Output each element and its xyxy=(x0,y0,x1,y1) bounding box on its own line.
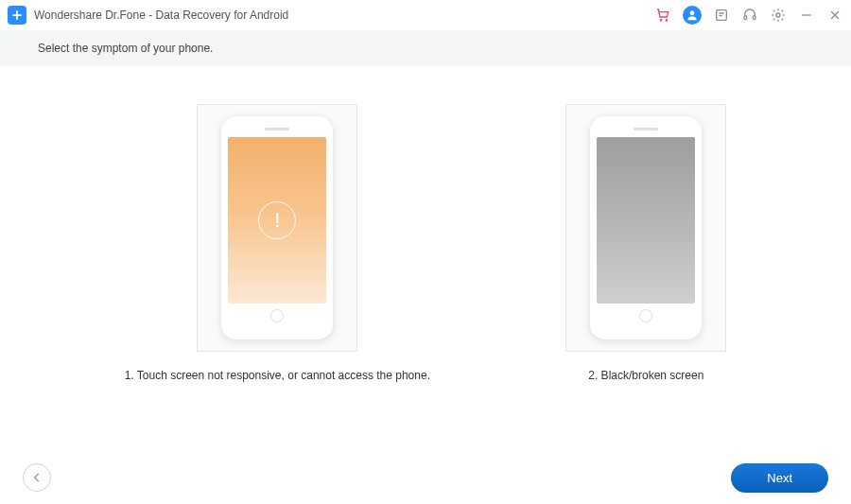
back-button[interactable] xyxy=(23,463,51,492)
svg-point-2 xyxy=(690,10,695,15)
phone-home-button xyxy=(270,309,284,322)
phone-mockup xyxy=(590,116,702,339)
footer: Next xyxy=(0,451,851,504)
svg-point-1 xyxy=(666,20,667,21)
exclamation-icon: ! xyxy=(258,201,296,239)
user-icon[interactable] xyxy=(683,6,702,25)
phone-screen-warning: ! xyxy=(228,137,326,304)
feedback-icon[interactable] xyxy=(713,7,730,24)
svg-rect-5 xyxy=(753,16,755,20)
option-touch-unresponsive[interactable]: ! 1. Touch screen not responsive, or can… xyxy=(125,104,430,382)
next-button[interactable]: Next xyxy=(731,463,828,493)
phone-home-button xyxy=(639,309,652,322)
app-title: Wondershare Dr.Fone - Data Recovery for … xyxy=(34,9,654,22)
titlebar-actions xyxy=(654,6,843,25)
svg-point-6 xyxy=(776,13,780,17)
phone-speaker xyxy=(634,128,658,130)
option-label: 1. Touch screen not responsive, or canno… xyxy=(125,369,430,382)
phone-screen-blank xyxy=(597,137,695,304)
option-black-broken-screen[interactable]: 2. Black/broken screen xyxy=(565,104,726,382)
support-icon[interactable] xyxy=(741,7,758,24)
instruction-text: Select the symptom of your phone. xyxy=(0,30,851,66)
titlebar: Wondershare Dr.Fone - Data Recovery for … xyxy=(0,0,851,30)
options-container: ! 1. Touch screen not responsive, or can… xyxy=(0,66,851,382)
settings-icon[interactable] xyxy=(770,7,787,24)
close-icon[interactable] xyxy=(826,7,843,24)
phone-speaker xyxy=(265,128,289,130)
phone-card xyxy=(565,104,726,352)
option-label: 2. Black/broken screen xyxy=(588,369,703,382)
phone-mockup: ! xyxy=(221,116,333,339)
app-logo-icon xyxy=(8,6,26,25)
svg-point-0 xyxy=(660,20,661,21)
phone-card: ! xyxy=(197,104,357,352)
cart-icon[interactable] xyxy=(654,7,671,24)
minimize-icon[interactable] xyxy=(798,7,815,24)
svg-rect-4 xyxy=(744,16,747,20)
